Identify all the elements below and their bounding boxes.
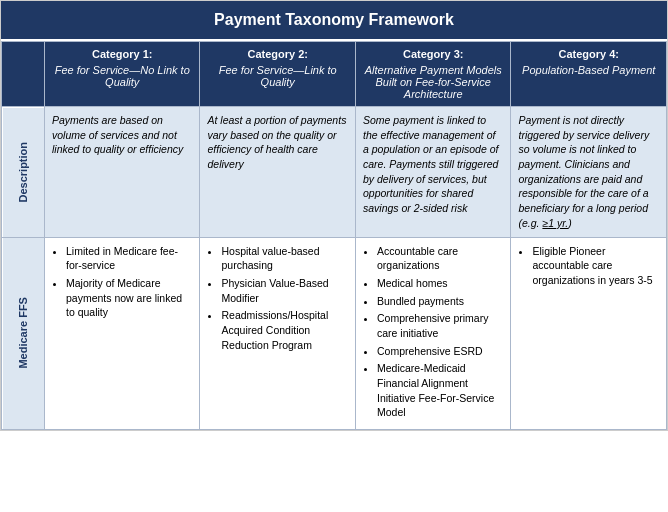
cat3-label: Category 3:	[361, 48, 506, 60]
medicare-cat1-list: Limited in Medicare fee-for-service Majo…	[52, 244, 193, 320]
list-item: Limited in Medicare fee-for-service	[66, 244, 193, 273]
medicare-cat4-cell: Eligible Pioneer accountable care organi…	[511, 237, 667, 430]
list-item: Majority of Medicare payments now are li…	[66, 276, 193, 320]
list-item: Bundled payments	[377, 294, 504, 309]
desc-cat2-cell: At least a portion of payments vary base…	[200, 107, 356, 238]
cat4-label: Category 4:	[516, 48, 661, 60]
medicare-cat2-list: Hospital value-based purchasing Physicia…	[207, 244, 348, 353]
category-2-header: Category 2: Fee for Service—Link to Qual…	[200, 42, 356, 107]
framework-container: Payment Taxonomy Framework Category 1: F…	[0, 0, 668, 431]
medicare-cat2-cell: Hospital value-based purchasing Physicia…	[200, 237, 356, 430]
medicare-ffs-row: Medicare FFS Limited in Medicare fee-for…	[2, 237, 667, 430]
list-item: Readmissions/Hospital Acquired Condition…	[221, 308, 348, 352]
cat1-subtitle: Fee for Service—No Link to Quality	[50, 64, 195, 88]
description-row: Description Payments are based on volume…	[2, 107, 667, 238]
cat1-label: Category 1:	[50, 48, 195, 60]
desc-cat1-text: Payments are based on volume of services…	[52, 114, 183, 155]
list-item: Hospital value-based purchasing	[221, 244, 348, 273]
description-label: Description	[2, 107, 45, 238]
cat2-subtitle: Fee for Service—Link to Quality	[205, 64, 350, 88]
medicare-cat1-cell: Limited in Medicare fee-for-service Majo…	[44, 237, 200, 430]
list-item: Comprehensive ESRD	[377, 344, 504, 359]
medicare-cat4-list: Eligible Pioneer accountable care organi…	[518, 244, 659, 288]
desc-cat3-cell: Some payment is linked to the effective …	[355, 107, 511, 238]
category-4-header: Category 4: Population-Based Payment	[511, 42, 667, 107]
desc-cat4-cell: Payment is not directly triggered by ser…	[511, 107, 667, 238]
medicare-ffs-label: Medicare FFS	[2, 237, 45, 430]
list-item: Comprehensive primary care initiative	[377, 311, 504, 340]
list-item: Physician Value-Based Modifier	[221, 276, 348, 305]
desc-cat2-text: At least a portion of payments vary base…	[207, 114, 346, 170]
desc-cat4-text: Payment is not directly triggered by ser…	[518, 114, 649, 229]
desc-cat3-text: Some payment is linked to the effective …	[363, 114, 498, 214]
list-item: Medicare-Medicaid Financial Alignment In…	[377, 361, 504, 420]
category-header-row: Category 1: Fee for Service—No Link to Q…	[2, 42, 667, 107]
category-1-header: Category 1: Fee for Service—No Link to Q…	[44, 42, 200, 107]
desc-cat1-cell: Payments are based on volume of services…	[44, 107, 200, 238]
list-item: Medical homes	[377, 276, 504, 291]
medicare-cat3-list: Accountable care organizations Medical h…	[363, 244, 504, 421]
category-3-header: Category 3: Alternative Payment Models B…	[355, 42, 511, 107]
cat3-subtitle: Alternative Payment Models Built on Fee-…	[361, 64, 506, 100]
medicare-cat3-cell: Accountable care organizations Medical h…	[355, 237, 511, 430]
cat2-label: Category 2:	[205, 48, 350, 60]
framework-title: Payment Taxonomy Framework	[1, 1, 667, 41]
cat4-subtitle: Population-Based Payment	[516, 64, 661, 76]
list-item: Eligible Pioneer accountable care organi…	[532, 244, 659, 288]
taxonomy-table: Category 1: Fee for Service—No Link to Q…	[1, 41, 667, 430]
list-item: Accountable care organizations	[377, 244, 504, 273]
